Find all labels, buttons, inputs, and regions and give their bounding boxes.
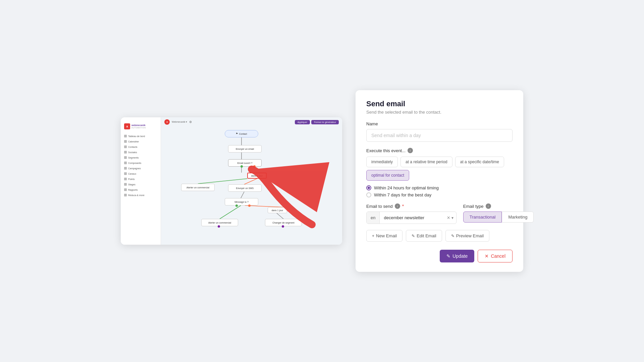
radio-7days[interactable]: Within 7 days for the best day [366,192,513,197]
node-envoyer-sms[interactable]: Envoyer un SMS [228,184,262,192]
email-arrow-btn[interactable]: ▾ [451,216,453,220]
panel-title: Send email [366,100,513,108]
dot-purple-2 [282,225,284,228]
nav-item-rapports[interactable]: Rapports [121,187,161,192]
email-to-send-label: Email to send [366,204,393,209]
action-buttons: + New Email ✎ Edit Email ✎ Preview Email [366,230,513,242]
timing-optimal[interactable]: optimal for contact [366,170,409,181]
nav-item-composants[interactable]: Composants [121,160,161,166]
nav-item-reduca[interactable]: Réduca & more [121,192,161,198]
name-label: Name [366,121,513,126]
edit-email-icon: ✎ [412,234,415,238]
fermer-button[interactable]: Fermer le générateur [311,120,339,124]
nav-item-canaux[interactable]: Canaux [121,171,161,176]
email-to-send-info-icon: i [395,203,400,209]
email-type-info-icon: i [486,203,491,209]
auto-logo: a webmecanik AUTOMATION [121,121,161,133]
preview-email-icon: ✎ [451,234,454,238]
timing-relative[interactable]: at a relative time period [400,157,452,167]
timing-buttons: immediately at a relative time period at… [366,157,513,181]
appliquer-button[interactable]: Appliquer [295,120,310,124]
cancel-button[interactable]: ✕ Cancel [478,250,513,262]
radio-24hours[interactable]: Within 24 hours for optimal timing [366,185,513,190]
nav-item-calendrier[interactable]: Calendrier [121,139,161,144]
new-email-icon: + [372,234,374,238]
update-icon: ✎ [446,253,450,259]
node-email-ouvert[interactable]: Email ouvert ? [228,159,262,167]
nav-item-contacts[interactable]: Contacts [121,144,161,149]
nav-item-segments[interactable]: Segments [121,155,161,160]
timing-specific-date[interactable]: at a specific date/time [455,157,504,167]
auto-topbar: ✕ Webmecanik ▾ ⚙ Appliquer Fermer le gén… [161,117,342,127]
node-message-lu[interactable]: Message lu ? [225,198,258,205]
email-type-marketing[interactable]: Marketing [502,212,534,223]
auto-sidebar: a webmecanik AUTOMATION Tableau de bord … [121,117,161,245]
radio-7days-dot [366,192,371,197]
preview-email-button[interactable]: ✎ Preview Email [445,230,489,242]
close-btn[interactable]: ✕ [164,119,170,125]
email-type-col: Email type i Transactional Marketing [463,203,534,224]
node-alerter-2[interactable]: Alerter un commercial [201,219,238,226]
email-type-buttons: Transactional Marketing [463,212,534,223]
email-to-send-selector[interactable]: en × ▾ [366,212,457,224]
flow-canvas: ⚑ Contact Envoyer un email Email ouvert … [161,127,342,245]
new-email-button[interactable]: + New Email [366,230,402,242]
radio-group: Within 24 hours for optimal timing Withi… [366,185,513,197]
lang-prefix: en [367,212,380,224]
node-contact[interactable]: ⚑ Contact [225,130,258,137]
auto-canvas: ✕ Webmecanik ▾ ⚙ Appliquer Fermer le gén… [161,117,342,245]
logo-icon: a [124,123,130,129]
svg-line-8 [277,213,283,219]
radio-24hours-dot [366,185,371,190]
nav-item-campagnes[interactable]: Campagnes [121,166,161,171]
dot-orange-1 [253,165,256,168]
workspace-label: Webmecanik ▾ [172,121,187,123]
panel-subtitle: Send the selected email to the contact. [366,110,513,115]
svg-line-5 [241,192,244,198]
timing-immediately[interactable]: immediately [366,157,398,167]
footer-buttons: ✎ Update ✕ Cancel [366,250,513,262]
nav-item-stages[interactable]: Stages [121,182,161,187]
brand-subtitle: AUTOMATION [131,127,146,129]
update-button[interactable]: ✎ Update [440,250,474,262]
email-type-transactional[interactable]: Transactional [463,212,502,223]
execute-label: Execute this event... i [366,148,513,153]
automation-panel: a webmecanik AUTOMATION Tableau de bord … [121,117,342,245]
brand-name: webmecanik [131,124,146,127]
email-select-input[interactable] [380,212,444,224]
nav-item-sociales[interactable]: Sociales [121,149,161,155]
svg-line-3 [198,179,247,184]
node-dans-1-jour-2[interactable]: dans 1 jour [268,207,287,213]
arrow-dans1jour2: → [286,209,289,213]
email-type-row: Email to send i * en × ▾ Email type i [366,203,513,224]
dot-green-1 [240,165,243,168]
email-type-label: Email type [463,204,484,209]
dot-purple-1 [218,225,220,228]
svg-line-4 [244,179,257,184]
name-input[interactable] [366,129,513,142]
email-clear-btn[interactable]: × [447,215,450,221]
required-star: * [402,203,404,209]
nav-item-points[interactable]: Points [121,176,161,182]
dot-orange-2 [248,204,251,207]
settings-icon[interactable]: ⚙ [189,120,192,124]
send-email-panel: Send email Send the selected email to th… [356,90,523,272]
node-dans-1-jour[interactable]: dans 1 jour [247,173,267,179]
node-alerter-1[interactable]: Alerter un commercial [181,184,215,191]
dot-green-2 [235,204,238,207]
email-to-send-col: Email to send i * en × ▾ [366,203,457,224]
edit-email-button[interactable]: ✎ Edit Email [406,230,442,242]
node-envoyer-email[interactable]: Envoyer un email [228,145,262,153]
nav-item-tableau[interactable]: Tableau de bord [121,133,161,139]
execute-info-icon: i [408,148,413,153]
cancel-icon: ✕ [485,253,489,259]
svg-line-6 [220,205,241,219]
